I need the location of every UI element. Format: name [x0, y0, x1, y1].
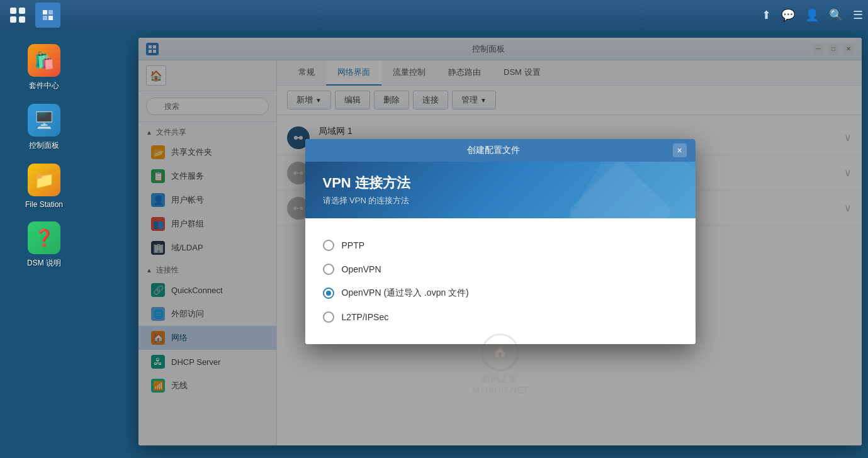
chat-icon[interactable]: 💬	[781, 8, 795, 22]
radio-label-pptp: PPTP	[342, 240, 365, 250]
radio-circle-pptp	[323, 240, 334, 251]
control-panel-icon: 🖥️	[28, 104, 60, 137]
desktop-icon-control[interactable]: 🖥️ 控制面板	[13, 100, 76, 155]
radio-circle-l2tp	[323, 311, 334, 323]
radio-option-pptp[interactable]: PPTP	[323, 233, 678, 257]
modal-header: VPN 连接方法 请选择 VPN 的连接方法	[305, 162, 696, 218]
taskbar-logo	[5, 3, 30, 28]
radio-option-l2tp[interactable]: L2TP/IPSec	[323, 305, 678, 329]
svg-rect-1	[19, 8, 25, 14]
file-station-icon: 📁	[28, 164, 60, 196]
svg-rect-6	[43, 16, 47, 20]
watermark: 🏠 数码之家 MYDIGIT.NET	[472, 333, 528, 344]
svg-rect-7	[48, 16, 53, 20]
modal-overlay: 创建配置文件 × VPN 连接方法 请选择 VPN 的连接方法	[277, 60, 862, 445]
main-window: 控制面板 ─ □ ✕ 🏠 🔍 ▲ 文件共享	[138, 38, 862, 445]
user-icon[interactable]: 👤	[805, 8, 819, 22]
taskbar-right: ⬆ 💬 👤 🔍 ☰	[762, 8, 863, 22]
control-panel-label: 控制面板	[29, 140, 59, 151]
modal-close-button[interactable]: ×	[673, 143, 687, 157]
watermark-logo: 🏠	[481, 333, 519, 344]
radio-option-openvpn-ovpn[interactable]: OpenVPN (通过导入 .ovpn 文件)	[323, 281, 678, 305]
modal-header-title: VPN 连接方法	[323, 174, 410, 193]
radio-label-openvpn-ovpn: OpenVPN (通过导入 .ovpn 文件)	[342, 288, 469, 299]
file-station-label: File Station	[25, 200, 63, 209]
dsm-help-icon: ❓	[28, 221, 60, 254]
search-icon[interactable]: 🔍	[829, 8, 843, 22]
modal-header-subtitle: 请选择 VPN 的连接方法	[323, 195, 410, 206]
radio-label-l2tp: L2TP/IPSec	[342, 312, 389, 322]
dsm-help-label: DSM 说明	[27, 258, 61, 269]
content-area: 常规 网络界面 流量控制 静态路由 DSM 设置 新增 ▼ 编辑 删除	[277, 60, 862, 445]
radio-circle-openvpn	[323, 264, 334, 275]
modal-titlebar: 创建配置文件 ×	[305, 139, 696, 162]
svg-rect-2	[10, 16, 16, 23]
desktop-icon-package[interactable]: 🛍️ 套件中心	[13, 40, 76, 95]
svg-rect-0	[10, 8, 16, 14]
svg-rect-5	[48, 10, 53, 14]
desktop-icon-dsm[interactable]: ❓ DSM 说明	[13, 218, 76, 272]
menu-icon[interactable]: ☰	[853, 8, 863, 22]
window-body: 🏠 🔍 ▲ 文件共享 📂 共享文件夹 📋 文件服务	[138, 60, 862, 445]
package-center-label: 套件中心	[29, 81, 59, 91]
radio-circle-openvpn-ovpn	[323, 288, 334, 299]
radio-label-openvpn: OpenVPN	[342, 264, 381, 274]
taskbar: ⬆ 💬 👤 🔍 ☰	[0, 0, 868, 30]
modal-body: PPTP OpenVPN OpenVPN (通过导入 .ovpn	[305, 218, 696, 344]
taskbar-app-icon[interactable]	[35, 3, 60, 28]
upload-icon[interactable]: ⬆	[762, 8, 771, 22]
desktop-icon-filestation[interactable]: 📁 File Station	[13, 160, 76, 213]
radio-dot-openvpn-ovpn	[326, 291, 331, 296]
vpn-modal: 创建配置文件 × VPN 连接方法 请选择 VPN 的连接方法	[305, 139, 696, 344]
modal-title: 创建配置文件	[314, 145, 673, 156]
desktop: 🛍️ 套件中心 🖥️ 控制面板 📁 File Station ❓ DSM 说明	[0, 30, 88, 458]
radio-option-openvpn[interactable]: OpenVPN	[323, 257, 678, 281]
modal-header-text: VPN 连接方法 请选择 VPN 的连接方法	[323, 174, 410, 206]
package-center-icon: 🛍️	[28, 44, 60, 77]
svg-rect-3	[19, 16, 25, 23]
svg-rect-4	[43, 10, 47, 14]
